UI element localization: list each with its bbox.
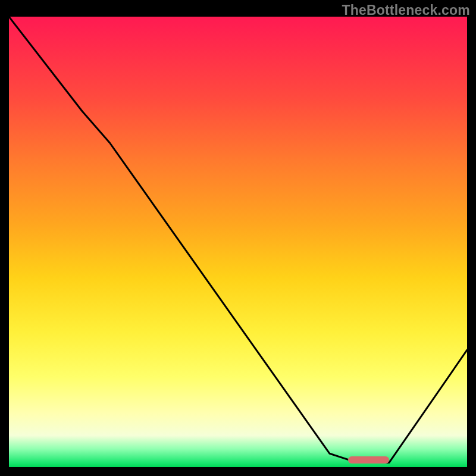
optimal-range-marker	[348, 456, 389, 464]
curve-svg	[9, 17, 467, 467]
chart-plot-area	[9, 17, 467, 467]
watermark-text: TheBottleneck.com	[342, 2, 470, 18]
bottleneck-curve-path	[9, 17, 467, 462]
